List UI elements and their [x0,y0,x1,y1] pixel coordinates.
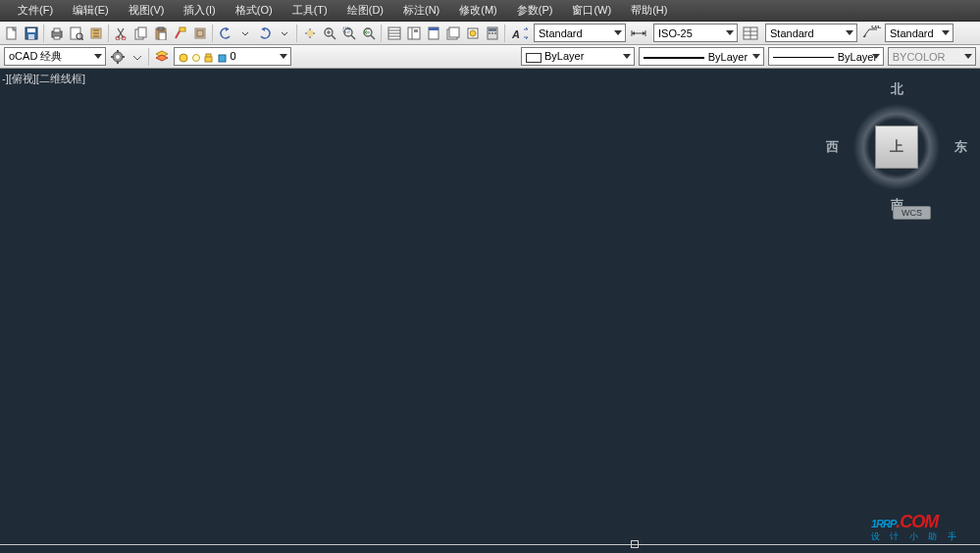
print-icon[interactable] [48,25,66,42]
separator [148,48,150,66]
viewcube-north-label[interactable]: 北 [891,80,903,98]
svg-rect-41 [449,27,459,37]
paste-icon[interactable] [152,25,170,42]
publish-icon[interactable] [87,25,105,42]
block-editor-icon[interactable] [191,25,209,42]
separator [296,25,298,42]
quickcalc-icon[interactable] [484,25,501,42]
svg-line-27 [351,35,355,39]
color-dropdown[interactable]: ByLayer [521,47,635,66]
separator [212,25,214,42]
table-style-dropdown[interactable]: Standard [765,24,857,42]
zoom-previous-icon[interactable] [360,25,378,42]
tool-palettes-icon[interactable] [425,25,442,42]
workspace-dropdown[interactable]: oCAD 经典 [4,47,106,66]
lineweight-value: ByLayer [773,51,879,63]
layer-value: 0 [179,50,263,62]
snap-marker [631,540,639,548]
zoom-realtime-icon[interactable] [321,25,338,42]
watermark-logo: 1RRP.COM 设 计 小 助 手 [871,503,960,543]
svg-rect-6 [54,36,60,39]
text-style-dropdown[interactable]: Standard [534,24,626,42]
table-style-icon[interactable] [741,25,762,42]
cut-icon[interactable] [113,25,130,42]
svg-rect-3 [28,34,34,39]
new-icon[interactable] [3,25,21,42]
layer-dropdown[interactable]: 0 [174,47,291,66]
design-center-icon[interactable] [405,25,423,42]
separator [504,25,506,42]
svg-text:A: A [511,28,520,40]
text-style-value: Standard [539,27,596,39]
text-style-icon[interactable]: A [509,25,531,42]
workspace-value: oCAD 经典 [9,49,76,64]
table-style-value: Standard [770,27,828,39]
copy-icon[interactable] [132,25,150,42]
redo-icon[interactable] [256,25,274,42]
workspace-settings-icon[interactable] [109,48,127,66]
lineweight-dropdown[interactable]: ByLayer [768,47,884,66]
mleader-style-value: Standard [890,27,948,39]
menu-help[interactable]: 帮助(H) [621,0,677,21]
wcs-indicator[interactable]: WCS [893,206,931,220]
viewport-label[interactable]: -][俯视][二维线框] [2,72,85,86]
viewcube[interactable]: 北 南 东 西 上 [838,88,955,206]
pan-icon[interactable] [301,25,319,42]
watermark-subtitle: 设 计 小 助 手 [871,530,960,543]
svg-point-43 [470,30,476,36]
svg-rect-46 [489,32,490,34]
menu-insert[interactable]: 插入(I) [174,0,225,21]
layer-properties-icon[interactable] [153,48,171,66]
menu-tools[interactable]: 工具(T) [283,0,337,21]
watermark-text: 1RRP [871,518,896,529]
viewcube-west-label[interactable]: 西 [826,138,839,156]
menu-window[interactable]: 窗口(W) [562,0,621,21]
plotstyle-value: BYCOLOR [893,51,959,63]
dim-style-icon[interactable] [629,25,650,42]
menu-file[interactable]: 文件(F) [8,0,63,21]
sheet-set-icon[interactable] [444,25,462,42]
menu-view[interactable]: 视图(V) [119,0,175,21]
zoom-window-icon[interactable] [340,25,358,42]
svg-text:abc: abc [871,25,881,30]
menu-draw[interactable]: 绘图(D) [337,0,393,21]
linetype-value: ByLayer [644,51,759,63]
workspace-dropdown-arrow-icon[interactable] [129,48,146,66]
svg-rect-48 [494,32,496,34]
mleader-style-icon[interactable]: abc [860,25,882,42]
svg-line-23 [332,35,335,39]
svg-rect-64 [219,55,226,62]
viewcube-compass-ring[interactable] [846,96,948,198]
svg-rect-2 [27,28,35,32]
linetype-dropdown[interactable]: ByLayer [639,47,764,66]
viewcube-east-label[interactable]: 东 [954,138,967,156]
undo-dropdown-icon[interactable] [236,25,254,42]
plotstyle-dropdown[interactable]: BYCOLOR [888,47,976,66]
menu-modify[interactable]: 修改(M) [449,0,507,21]
standard-toolbar: A Standard ISO-25 Standard abc Standard [0,22,980,45]
save-icon[interactable] [23,25,40,42]
svg-rect-63 [205,57,212,62]
horizontal-guide-line [0,544,980,545]
properties-icon[interactable] [386,25,403,42]
print-preview-icon[interactable] [68,25,85,42]
dim-style-dropdown[interactable]: ISO-25 [653,24,738,42]
menu-param[interactable]: 参数(P) [507,0,563,21]
svg-rect-45 [489,28,496,31]
svg-rect-35 [408,27,420,39]
watermark-domain: .COM [896,512,938,531]
svg-rect-14 [138,27,146,37]
dim-style-value: ISO-25 [658,27,706,39]
redo-dropdown-icon[interactable] [276,25,293,42]
menu-dimension[interactable]: 标注(N) [393,0,449,21]
svg-rect-17 [159,32,166,40]
undo-icon[interactable] [217,25,234,42]
svg-line-30 [371,35,375,39]
match-properties-icon[interactable] [172,25,189,42]
menu-format[interactable]: 格式(O) [226,0,283,21]
svg-rect-16 [158,27,164,30]
menu-edit[interactable]: 编辑(E) [63,0,119,21]
svg-rect-39 [429,27,438,30]
markup-set-icon[interactable] [464,25,482,42]
mleader-style-dropdown[interactable]: Standard [885,24,954,42]
